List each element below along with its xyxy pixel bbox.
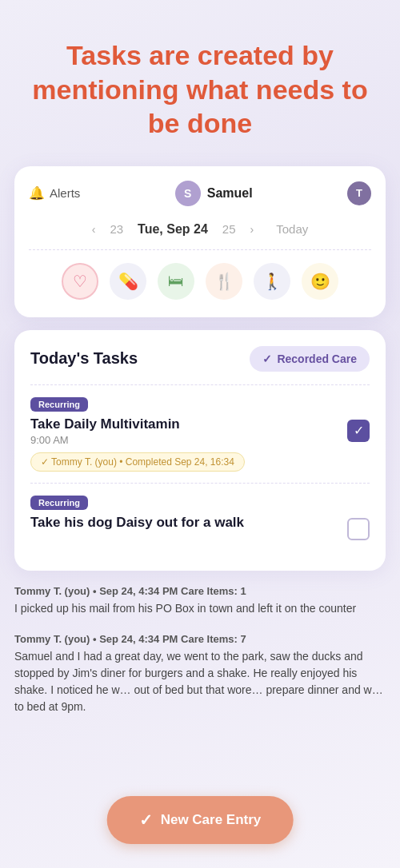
task-info: Take Daily Multivitamin 9:00 AM ✓ Tommy … [30,416,339,472]
prev-date[interactable]: 23 [110,222,123,236]
task-name: Take his dog Daisy out for a walk [30,515,339,531]
recorded-care-button[interactable]: ✓ Recorded Care [250,346,370,372]
task-time: 9:00 AM [30,434,339,446]
category-icons-row: ♡ 💊 🛏 🍴 🚶 🙂 [29,250,371,300]
task-item: Recurring Take his dog Daisy out for a w… [30,483,370,551]
tasks-card: Today's Tasks ✓ Recorded Care Recurring … [14,330,386,571]
user-name: Samuel [207,186,253,201]
category-heart-icon[interactable]: ♡ [62,263,98,300]
category-bed-icon[interactable]: 🛏 [158,263,194,300]
task-info: Take his dog Daisy out for a walk [30,515,339,532]
tasks-title: Today's Tasks [30,349,138,368]
category-pill-icon[interactable]: 💊 [110,263,146,300]
care-log-text: I picked up his mail from his PO Box in … [14,600,386,617]
category-walk-icon[interactable]: 🚶 [254,263,290,300]
care-log-item: Tommy T. (you) • Sep 24, 4:34 PM Care It… [14,633,386,715]
recorded-icon: ✓ [262,352,272,365]
care-log-meta: Tommy T. (you) • Sep 24, 4:34 PM Care It… [14,633,386,645]
tasks-header: Today's Tasks ✓ Recorded Care [30,346,370,372]
task-name: Take Daily Multivitamin [30,416,339,432]
category-mood-icon[interactable]: 🙂 [302,263,338,300]
new-care-entry-button[interactable]: ✓ New Care Entry [107,796,294,844]
care-log-section: Tommy T. (you) • Sep 24, 4:34 PM Care It… [14,585,386,715]
next-date[interactable]: 25 [222,222,236,236]
next-chevron-icon[interactable]: › [250,223,254,236]
task-row: Take his dog Daisy out for a walk [30,515,370,540]
current-date: Tue, Sep 24 [138,222,208,237]
alerts-label: Alerts [50,186,80,200]
category-food-icon[interactable]: 🍴 [206,263,242,300]
recurring-badge: Recurring [30,496,88,510]
prev-chevron-icon[interactable]: ‹ [92,223,96,236]
user-avatar: S [175,181,201,206]
today-label[interactable]: Today [276,222,308,236]
completed-tag-text: ✓ Tommy T. (you) • Completed Sep 24, 16:… [41,456,234,468]
task-checkbox-done[interactable]: ✓ [347,420,370,442]
bell-icon: 🔔 [29,185,45,201]
completed-tag: ✓ Tommy T. (you) • Completed Sep 24, 16:… [30,452,245,472]
care-log-meta: Tommy T. (you) • Sep 24, 4:34 PM Care It… [14,585,386,597]
recorded-label: Recorded Care [277,352,357,365]
app-card: 🔔 Alerts S Samuel T ‹ 23 Tue, Sep 24 25 … [14,166,386,317]
date-navigator: ‹ 23 Tue, Sep 24 25 › Today [29,216,371,250]
task-checkbox-empty[interactable] [347,518,370,540]
new-care-label: New Care Entry [161,812,262,828]
profile-avatar[interactable]: T [347,181,371,205]
new-care-icon: ✓ [139,810,153,830]
care-log-text: Samuel and I had a great day, we went to… [14,648,386,715]
task-row: Take Daily Multivitamin 9:00 AM ✓ Tommy … [30,416,370,472]
care-log-item: Tommy T. (you) • Sep 24, 4:34 PM Care It… [14,585,386,617]
user-selector[interactable]: S Samuel [175,181,253,206]
alerts-button[interactable]: 🔔 Alerts [29,185,80,201]
task-item: Recurring Take Daily Multivitamin 9:00 A… [30,384,370,483]
top-bar: 🔔 Alerts S Samuel T [29,181,371,216]
hero-title: Tasks are created by mentioning what nee… [0,0,400,166]
recurring-badge: Recurring [30,397,88,412]
